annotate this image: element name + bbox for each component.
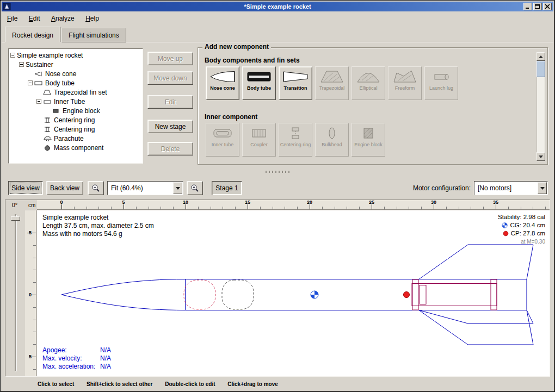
status-bar: Click to select Shift+click to select ot… <box>2 378 553 391</box>
menu-edit[interactable]: Edit <box>24 13 45 24</box>
title-bar[interactable]: *Simple example rocket <box>2 2 553 11</box>
ruler-label: 5 <box>29 354 32 359</box>
ruler-unit-label: cm <box>28 202 35 208</box>
tree-item-nose-cone[interactable]: Nose cone <box>9 69 143 78</box>
stability-value: Stability: 2.98 cal <box>498 213 545 221</box>
component-button-label: Nose cone <box>210 85 235 91</box>
side-view-button[interactable]: Side view <box>8 181 43 195</box>
hint-shift-click: Shift+click to select other <box>87 381 152 387</box>
vertical-ruler: -5 0 5 <box>25 210 36 376</box>
ruler-label: -5 <box>27 230 32 235</box>
component-button-label: Engine block <box>354 142 383 147</box>
scroll-up-button[interactable] <box>536 52 545 61</box>
delete-button: Delete <box>147 142 193 155</box>
component-scrollbar[interactable] <box>536 52 545 161</box>
close-button[interactable] <box>543 3 552 10</box>
add-body-tube-button[interactable]: Body tube <box>242 66 276 100</box>
tree-item-centering-ring-2[interactable]: Centering ring <box>9 125 143 134</box>
zoom-combobox[interactable]: Fit (60.4%) <box>107 181 183 195</box>
tree-item-parachute[interactable]: Parachute <box>9 134 143 143</box>
tree-item-rocket[interactable]: Simple example rocket <box>9 51 143 60</box>
ruler-label: 5 <box>122 200 125 205</box>
tab-rocket-design[interactable]: Rocket design <box>5 27 60 42</box>
tree-expander-icon[interactable] <box>10 53 15 58</box>
component-button-label: Centering ring <box>280 142 311 147</box>
add-transition-button[interactable]: Transition <box>279 66 312 100</box>
add-trapezoidal-button: Trapezoidal <box>315 66 349 100</box>
scrollbar-thumb[interactable] <box>536 61 545 77</box>
mach-condition: at M=0.30 <box>521 238 545 246</box>
tree-expander-icon[interactable] <box>19 62 24 67</box>
zoom-out-button[interactable] <box>88 181 104 195</box>
menu-file[interactable]: File <box>3 13 22 24</box>
inner-tube-icon <box>209 126 236 140</box>
component-button-label: Body tube <box>247 85 271 91</box>
motor-configuration-combobox[interactable]: [No motors] <box>474 181 548 195</box>
tab-flight-simulations[interactable]: Flight simulations <box>61 28 126 42</box>
tree-item-body-tube[interactable]: Body tube <box>9 78 143 88</box>
tree-item-inner-tube[interactable]: Inner Tube <box>9 97 143 106</box>
edit-button: Edit <box>147 95 193 109</box>
add-bulkhead-button: Bulkhead <box>315 123 349 157</box>
splitter[interactable] <box>2 168 553 176</box>
centering-ring-icon <box>282 126 309 140</box>
maximize-icon <box>535 4 540 9</box>
view-toolbar: Side view Back view Fit (60.4%) Stage 1 … <box>2 179 553 197</box>
body-tube-icon <box>246 70 272 84</box>
rotation-slider-track[interactable] <box>15 214 16 371</box>
tree-item-mass-component[interactable]: Mass component <box>9 143 143 152</box>
zoom-value: Fit (60.4%) <box>111 184 143 192</box>
ruler-minor-ticks <box>33 233 36 376</box>
tree-item-trapezoidal-fin-set[interactable]: Trapezoidal fin set <box>9 88 143 97</box>
menu-analyze[interactable]: Analyze <box>47 13 79 24</box>
rotation-slider-handle[interactable] <box>11 216 20 221</box>
close-icon <box>545 4 550 9</box>
trapezoidal-fin-icon <box>43 89 52 96</box>
tree-item-centering-ring-1[interactable]: Centering ring <box>9 115 143 125</box>
maximize-button[interactable] <box>533 3 542 10</box>
combo-arrow-button[interactable] <box>538 182 547 194</box>
minimize-icon <box>525 4 531 9</box>
max-velocity-label: Max. velocity: <box>42 354 100 363</box>
cp-value: CP: 27.8 cm <box>511 229 545 238</box>
ruler-label: 15 <box>245 200 250 205</box>
stage-1-toggle[interactable]: Stage 1 <box>212 181 242 195</box>
component-tree[interactable]: Simple example rocket Sustainer Nose con… <box>8 48 143 164</box>
zoom-in-icon <box>190 184 199 192</box>
add-launch-lug-button: Launch lug <box>424 66 458 100</box>
stability-info: Stability: 2.98 cal CG: 20.4 cm CP: 27.8… <box>498 213 545 246</box>
tree-item-label: Centering ring <box>54 116 95 124</box>
add-nose-cone-button[interactable]: Nose cone <box>206 66 239 100</box>
minimize-button[interactable] <box>523 3 532 10</box>
hint-double-click: Double-click to edit <box>165 381 215 387</box>
scroll-down-button[interactable] <box>536 152 545 161</box>
tree-expander-icon[interactable] <box>28 80 33 85</box>
splitter-handle[interactable] <box>266 171 289 173</box>
zoom-in-button[interactable] <box>187 181 203 195</box>
chevron-down-icon <box>176 187 180 190</box>
chevron-down-icon <box>540 187 545 190</box>
tree-expander-icon[interactable] <box>36 99 41 104</box>
combo-arrow-button[interactable] <box>173 182 182 194</box>
rocket-info: Simple example rocket Length 37.5 cm, ma… <box>42 214 154 238</box>
tree-item-sustainer[interactable]: Sustainer <box>9 60 143 69</box>
max-acceleration-label: Max. acceleration: <box>42 363 100 371</box>
tree-item-label: Engine block <box>63 107 100 115</box>
new-stage-button[interactable]: New stage <box>147 120 193 133</box>
freeform-fin-icon <box>392 70 418 84</box>
back-view-button[interactable]: Back view <box>46 181 83 195</box>
add-coupler-button: Coupler <box>242 123 276 157</box>
tree-item-engine-block[interactable]: Engine block <box>9 106 143 115</box>
motor-configuration-value: [No motors] <box>478 184 511 192</box>
menu-help[interactable]: Help <box>81 13 103 24</box>
application-window: *Simple example rocket File Edit Analyze… <box>0 0 555 392</box>
tree-item-label: Body tube <box>45 79 75 87</box>
cg-value: CG: 20.4 cm <box>510 221 545 229</box>
rocket-canvas[interactable]: Simple example rocket Length 37.5 cm, ma… <box>37 210 550 376</box>
ruler-label: 30 <box>431 200 436 205</box>
cg-marker <box>311 291 318 298</box>
parachute-icon <box>43 135 52 142</box>
move-up-button: Move up <box>147 52 193 65</box>
component-button-label: Launch lug <box>429 85 453 91</box>
nose-cone-icon <box>209 70 236 84</box>
